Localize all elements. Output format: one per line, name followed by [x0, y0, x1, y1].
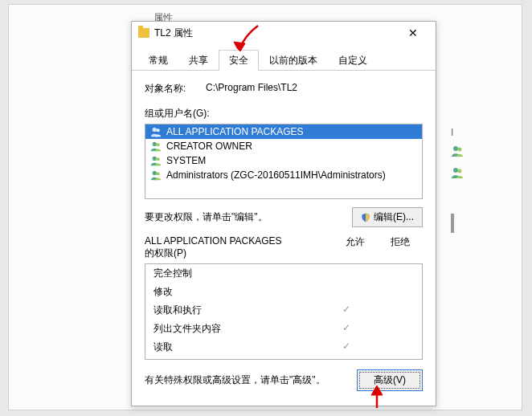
tab-sharing[interactable]: 共享 [178, 50, 219, 71]
edit-button[interactable]: 编辑(E)... [352, 207, 423, 227]
users-icon [150, 126, 162, 137]
permissions-listbox[interactable]: 完全控制 修改 读取和执行 ✓ 列出文件夹内容 ✓ 读取 ✓ 写入 [145, 263, 423, 360]
edit-hint-text: 要更改权限，请单击"编辑"。 [145, 210, 268, 224]
edit-row: 要更改权限，请单击"编辑"。 编辑(E)... [145, 207, 423, 227]
svg-point-11 [458, 169, 462, 173]
list-item-label: CREATOR OWNER [166, 141, 252, 152]
svg-point-4 [153, 157, 157, 161]
users-icon [150, 169, 162, 181]
title-left: TL2 属性 [138, 27, 193, 40]
edit-button-label: 编辑(E)... [374, 210, 414, 224]
svg-point-9 [458, 148, 462, 152]
permission-row: 列出文件夹内容 ✓ [145, 320, 422, 338]
list-item[interactable]: Administrators (ZGC-20160511IMH\Administ… [145, 168, 422, 182]
list-item-label: ALL APPLICATION PACKAGES [166, 126, 304, 137]
permission-row: 读取 ✓ [145, 338, 422, 357]
svg-point-10 [453, 168, 458, 173]
permission-allow-check: ✓ [324, 304, 369, 317]
advanced-hint-text: 有关特殊权限或高级设置，请单击"高级"。 [145, 373, 325, 387]
permission-row: 修改 [145, 283, 422, 301]
permission-deny-check [369, 341, 414, 354]
permission-allow-check [324, 285, 369, 299]
list-item[interactable]: CREATOR OWNER [145, 139, 422, 153]
svg-point-0 [153, 128, 157, 132]
background-user-icons: I [451, 127, 464, 188]
permission-name: 列出文件夹内容 [153, 322, 324, 336]
list-item[interactable]: SYSTEM [145, 153, 422, 168]
permission-row: 完全控制 [145, 264, 422, 283]
permission-name: 读取和执行 [153, 304, 324, 317]
users-icon [451, 166, 464, 179]
permission-name: 写入 [153, 359, 324, 360]
group-users-label: 组或用户名(G): [145, 107, 423, 120]
tab-general[interactable]: 常规 [138, 50, 178, 71]
permission-row: 写入 [145, 357, 422, 360]
permission-deny-check [369, 359, 414, 360]
svg-point-2 [153, 142, 157, 146]
permission-deny-check [369, 322, 414, 336]
users-icon [150, 141, 162, 152]
permission-deny-check [369, 267, 414, 280]
close-button[interactable]: ✕ [397, 23, 429, 43]
svg-point-1 [157, 128, 160, 132]
svg-point-3 [157, 143, 160, 146]
tab-custom[interactable]: 自定义 [328, 50, 378, 71]
group-users-listbox[interactable]: ALL APPLICATION PACKAGES CREATOR OWNER S… [145, 124, 423, 199]
tab-security[interactable]: 安全 [219, 50, 259, 71]
permission-allow-check: ✓ [324, 341, 369, 354]
svg-point-5 [157, 157, 160, 161]
permission-allow-check [324, 359, 369, 360]
permission-name: 读取 [153, 341, 324, 354]
advanced-button[interactable]: 高级(V) [357, 369, 423, 391]
svg-point-6 [153, 171, 157, 175]
permission-row: 读取和执行 ✓ [145, 301, 422, 320]
permission-col-deny: 拒绝 [378, 235, 423, 260]
list-item-label: SYSTEM [166, 155, 206, 166]
svg-point-8 [453, 146, 458, 151]
advanced-button-label: 高级(V) [374, 373, 406, 387]
tab-previous-versions[interactable]: 以前的版本 [259, 50, 328, 71]
list-item[interactable]: ALL APPLICATION PACKAGES [145, 124, 422, 139]
tab-strip: 常规 共享 安全 以前的版本 自定义 [132, 49, 436, 71]
dialog-titlebar: TL2 属性 ✕ [132, 22, 436, 44]
permission-deny-check [369, 285, 414, 299]
properties-dialog: TL2 属性 ✕ 常规 共享 安全 以前的版本 自定义 对象名称: C:\Pro… [131, 21, 436, 406]
dialog-title: TL2 属性 [154, 27, 193, 40]
svg-point-7 [157, 172, 160, 175]
object-name-value: C:\Program Files\TL2 [206, 82, 297, 96]
object-name-row: 对象名称: C:\Program Files\TL2 [145, 82, 423, 96]
shield-icon [361, 213, 370, 222]
list-item-label: Administrators (ZGC-20160511IMH\Administ… [166, 169, 386, 181]
permission-principal-label: ALL APPLICATION PACKAGES 的权限(P) [145, 235, 333, 260]
permission-header: ALL APPLICATION PACKAGES 的权限(P) 允许 拒绝 [145, 235, 423, 260]
permission-deny-check [369, 304, 414, 317]
stray-letter: I [451, 127, 464, 138]
background-divider [451, 214, 454, 233]
close-icon: ✕ [408, 27, 418, 39]
permission-allow-check [324, 267, 369, 280]
advanced-row: 有关特殊权限或高级设置，请单击"高级"。 高级(V) [145, 369, 423, 391]
users-icon [150, 155, 162, 166]
permission-name: 修改 [153, 285, 324, 299]
permission-allow-check: ✓ [324, 322, 369, 336]
users-icon [451, 145, 464, 157]
permission-name: 完全控制 [153, 267, 324, 280]
object-name-label: 对象名称: [145, 82, 206, 96]
dialog-content: 对象名称: C:\Program Files\TL2 组或用户名(G): ALL… [132, 71, 436, 399]
background-window: 属性 TL2 属性 ✕ 常规 共享 安全 以前的版本 自定义 对象名称: C:\… [8, 4, 522, 410]
folder-icon [138, 28, 149, 38]
permission-col-allow: 允许 [333, 235, 378, 260]
